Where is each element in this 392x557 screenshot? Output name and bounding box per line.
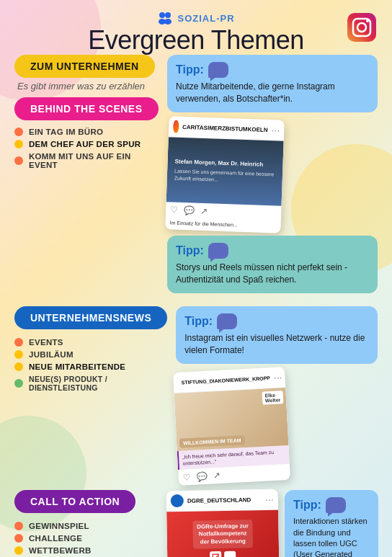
stiftung-post: STIFTUNG_DIAKONIEWERK_KROPP ··· WILLKOMM… bbox=[173, 367, 290, 486]
unternehmensnews-section: UNTERNEHMENSNEWS EVENTS JUBILÄUM NEUE MI… bbox=[14, 306, 378, 483]
post-image: DGRe-Umfrage zurNotfallkompetenzder Bevö… bbox=[166, 509, 279, 557]
svg-rect-3 bbox=[164, 19, 172, 24]
svg-rect-4 bbox=[347, 13, 376, 42]
dgre-post: DGRE_DEUTSCHLAND ··· DGRe-Umfrage zurNot… bbox=[166, 489, 280, 557]
chat-bubble-icon bbox=[208, 62, 228, 78]
svg-point-0 bbox=[159, 12, 165, 18]
tips-stack: Tipp: Interaktionen stärken die Bindung … bbox=[285, 490, 378, 557]
tip-label: Tipp: bbox=[176, 243, 369, 259]
list-item-text: EIN TAG IM BÜRO bbox=[29, 128, 103, 136]
svg-point-2 bbox=[165, 12, 171, 18]
section2-right: Tipp: Instagram ist ein visuelles Netzwe… bbox=[176, 306, 378, 483]
tip-label-text: Tipp: bbox=[176, 62, 204, 78]
avatar bbox=[177, 375, 178, 388]
dgre-area: DGRE_DEUTSCHLAND ··· DGRe-Umfrage zurNot… bbox=[167, 490, 378, 557]
comment-icon[interactable]: 💬 bbox=[196, 471, 208, 482]
tip-card-1: Tipp: Nutze Mitarbeitende, die gerne Ins… bbox=[167, 55, 378, 112]
post-image: WILLKOMMEN IM TEAM ElkeWelter bbox=[174, 388, 289, 451]
list-item: EIN TAG IM BÜRO bbox=[14, 128, 159, 136]
list-item-text: JUBILÄUM bbox=[29, 350, 74, 359]
stiftung-post-wrap: STIFTUNG_DIAKONIEWERK_KROPP ··· WILLKOMM… bbox=[176, 370, 378, 483]
instagram-icon bbox=[346, 12, 378, 46]
bullet-dot bbox=[14, 534, 23, 543]
tip-text: Interaktionen stärken die Bindung und la… bbox=[293, 516, 370, 557]
list-item-text: GEWINNSPIEL bbox=[29, 522, 89, 530]
bullet-dot bbox=[14, 128, 23, 136]
tip-label: Tipp: bbox=[184, 313, 369, 329]
tip-text: Storys und Reels müssen nicht perfekt se… bbox=[176, 262, 369, 286]
list-item-text: DEM CHEF AUF DER SPUR bbox=[29, 140, 141, 148]
call-to-action-badge: CALL TO ACTION bbox=[14, 490, 135, 513]
avatar bbox=[173, 120, 179, 133]
unternehmensnews-badge: UNTERNEHMENSNEWS bbox=[14, 306, 167, 329]
bullet-dot bbox=[14, 379, 23, 388]
svg-point-7 bbox=[366, 19, 369, 22]
tip-label-text: Tipp: bbox=[176, 243, 204, 259]
bullet-dot bbox=[14, 140, 23, 148]
call-to-action-section: CALL TO ACTION GEWINNSPIEL CHALLENGE WET… bbox=[14, 490, 378, 557]
svg-rect-8 bbox=[213, 554, 219, 557]
comment-icon[interactable]: 💬 bbox=[184, 205, 195, 216]
list-item: WETTBEWERB bbox=[14, 546, 159, 555]
post-header: DGRE_DEUTSCHLAND ··· bbox=[166, 489, 278, 512]
tip-text: Nutze Mitarbeitende, die gerne Instagram… bbox=[176, 81, 369, 105]
list-item-text: NEUE MITARBEITENDE bbox=[29, 362, 125, 371]
share-icon[interactable]: ↗ bbox=[200, 205, 208, 215]
section3-right: DGRE_DEUTSCHLAND ··· DGRe-Umfrage zurNot… bbox=[167, 490, 378, 557]
section3-left: CALL TO ACTION GEWINNSPIEL CHALLENGE WET… bbox=[14, 490, 159, 557]
brand-people-icon bbox=[157, 12, 173, 24]
more-icon[interactable]: ··· bbox=[271, 125, 280, 135]
chat-bubble-icon bbox=[326, 497, 346, 513]
section2-left: UNTERNEHMENSNEWS EVENTS JUBILÄUM NEUE MI… bbox=[14, 306, 167, 396]
zum-unternehmen-badge: ZUM UNTERNEHMEN bbox=[14, 55, 155, 78]
zum-unternehmen-subtitle: Es gibt immer was zu erzählen bbox=[17, 81, 159, 92]
tip-card-4: Tipp: Interaktionen stärken die Bindung … bbox=[285, 490, 378, 557]
more-icon[interactable]: ··· bbox=[265, 494, 274, 504]
behind-scenes-list: EIN TAG IM BÜRO DEM CHEF AUF DER SPUR KO… bbox=[14, 128, 159, 169]
chat-bubble-icon bbox=[217, 313, 237, 329]
more-icon[interactable]: ··· bbox=[274, 372, 282, 383]
brand-name: SOZIAL-PR bbox=[177, 13, 234, 24]
section2-row: UNTERNEHMENSNEWS EVENTS JUBILÄUM NEUE MI… bbox=[14, 306, 378, 483]
bullet-dot bbox=[14, 546, 23, 555]
list-item: DEM CHEF AUF DER SPUR bbox=[14, 140, 159, 148]
list-item: JUBILÄUM bbox=[14, 350, 167, 359]
username: CARITASIMERZBISTUMKOELN bbox=[182, 123, 268, 133]
username: DGRE_DEUTSCHLAND bbox=[187, 496, 262, 504]
tip-label-text: Tipp: bbox=[293, 497, 321, 513]
like-icon[interactable]: ♡ bbox=[170, 205, 178, 215]
bullet-dot bbox=[14, 338, 23, 347]
tip-card-2: Tipp: Storys und Reels müssen nicht perf… bbox=[167, 236, 378, 293]
section1-left: ZUM UNTERNEHMEN Es gibt immer was zu erz… bbox=[14, 55, 159, 173]
list-item-text: KOMM MIT UNS AUF EIN EVENT bbox=[29, 152, 159, 169]
page-title: Evergreen Themen bbox=[14, 26, 378, 55]
list-item: NEUE(S) PRODUKT / DIENSTLEISTUNG bbox=[14, 375, 167, 392]
caritas-post: CARITASIMERZBISTUMKOELN ··· Stefan Morge… bbox=[165, 116, 284, 233]
like-icon[interactable]: ♡ bbox=[183, 472, 192, 483]
post-image: Stefan Morgen, Max Dr. Heinrich Lassen S… bbox=[166, 137, 284, 206]
list-item-text: WETTBEWERB bbox=[29, 546, 92, 555]
list-item: KOMM MIT UNS AUF EIN EVENT bbox=[14, 152, 159, 169]
username: STIFTUNG_DIAKONIEWERK_KROPP bbox=[182, 375, 270, 384]
list-item: NEUE MITARBEITENDE bbox=[14, 362, 167, 371]
share-icon[interactable]: ↗ bbox=[213, 471, 220, 481]
header: SOZIAL-PR Evergreen Themen bbox=[14, 12, 378, 55]
bullet-dot bbox=[14, 350, 23, 359]
tip-label: Tipp: bbox=[176, 62, 369, 78]
tip-text: Instagram ist ein visuelles Netzwerk - n… bbox=[184, 332, 369, 357]
zum-unternehmen-section: ZUM UNTERNEHMEN Es gibt immer was zu erz… bbox=[14, 55, 378, 299]
list-item: GEWINNSPIEL bbox=[14, 522, 159, 530]
behind-scenes-badge: BEHIND THE SCENES bbox=[14, 97, 159, 120]
section1-row: ZUM UNTERNEHMEN Es gibt immer was zu erz… bbox=[14, 55, 378, 299]
page: SOZIAL-PR Evergreen Themen bbox=[0, 0, 392, 557]
bullet-dot bbox=[14, 362, 23, 371]
tip-card-3: Tipp: Instagram ist ein visuelles Netzwe… bbox=[176, 306, 378, 364]
list-item-text: NEUE(S) PRODUKT / DIENSTLEISTUNG bbox=[29, 375, 167, 392]
header-center: SOZIAL-PR Evergreen Themen bbox=[14, 12, 378, 55]
tip-label: Tipp: bbox=[293, 497, 370, 513]
bullet-dot bbox=[14, 156, 23, 165]
list-item: EVENTS bbox=[14, 338, 167, 347]
tip-label-text: Tipp: bbox=[184, 313, 213, 329]
section3-row: CALL TO ACTION GEWINNSPIEL CHALLENGE WET… bbox=[14, 490, 378, 557]
call-to-action-list: GEWINNSPIEL CHALLENGE WETTBEWERB UMFRAGE bbox=[14, 522, 159, 557]
